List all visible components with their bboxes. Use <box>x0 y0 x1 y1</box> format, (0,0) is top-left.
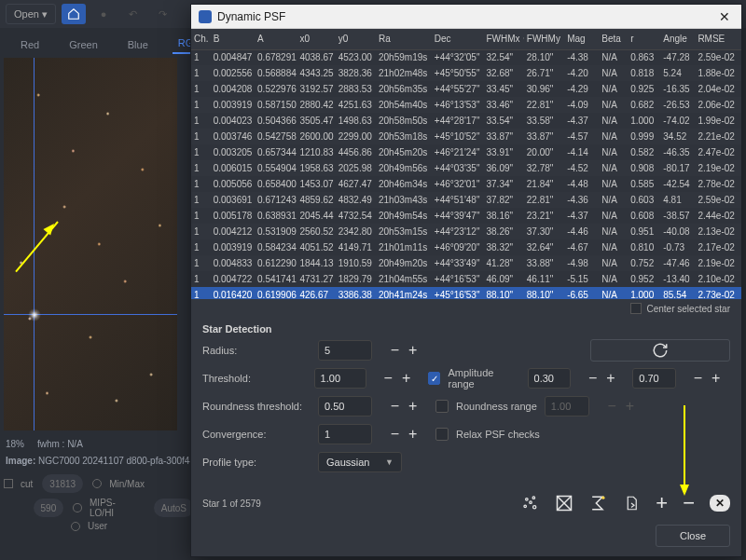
amplitude-low-input[interactable]: 0.30 <box>528 368 572 389</box>
col-mag[interactable]: Mag <box>564 29 599 49</box>
psf-table[interactable]: Ch.BAx0y0RaDecFWHMx▼FWHMyMagBetarAngleRM… <box>191 29 741 299</box>
autostretch-button[interactable]: AutoS <box>154 499 194 517</box>
export-icon[interactable] <box>622 494 641 512</box>
image-viewport[interactable] <box>4 58 177 430</box>
mode-minmax-radio[interactable] <box>92 479 102 488</box>
open-button[interactable]: Open ▾ <box>6 4 56 24</box>
table-row[interactable]: 10.0037460.5427582600.002299.0020h53m18s… <box>191 129 741 144</box>
col-fwhmx[interactable]: FWHMx▼ <box>484 29 524 49</box>
app-icon <box>199 10 212 23</box>
col-b[interactable]: B <box>211 29 255 49</box>
table-row[interactable]: 10.0042120.5319092560.522342.8020h53m15s… <box>191 224 741 239</box>
clear-icon[interactable] <box>555 494 573 512</box>
table-row[interactable]: 10.0042080.5229763192.572883.5320h56m35s… <box>191 81 741 97</box>
amplitude-checkbox[interactable] <box>428 372 441 385</box>
col-beta[interactable]: Beta <box>599 29 628 49</box>
tab-red[interactable]: Red <box>15 35 45 54</box>
table-row[interactable]: 10.0039190.5871502880.424251.6320h54m40s… <box>191 97 741 113</box>
col-ra[interactable]: Ra <box>376 29 432 49</box>
col-fwhmy[interactable]: FWHMy <box>524 29 564 49</box>
table-row[interactable]: 10.0164200.619906426.673386.3820h41m24s+… <box>191 287 741 299</box>
plus-icon: + <box>626 398 634 415</box>
convergence-input[interactable]: 1 <box>318 424 372 444</box>
tab-blue[interactable]: Blue <box>122 35 154 54</box>
threshold-label: Threshold: <box>202 373 307 384</box>
plus-icon[interactable]: + <box>711 370 720 387</box>
live-button[interactable]: ● <box>91 4 116 24</box>
threshold-stepper[interactable]: −+ <box>374 370 421 387</box>
roundthr-input[interactable]: 0.50 <box>318 396 372 417</box>
relax-checkbox[interactable] <box>435 428 449 441</box>
svg-point-2 <box>524 505 527 508</box>
col-dec[interactable]: Dec <box>432 29 484 49</box>
table-body[interactable]: 10.0048470.6782914038.674523.0020h59m19s… <box>191 49 741 299</box>
add-star-button[interactable]: + <box>656 491 668 515</box>
table-row[interactable]: 10.0039190.5842344051.524149.7121h01m11s… <box>191 239 741 255</box>
home-button[interactable] <box>62 4 86 24</box>
table-row[interactable]: 10.0025560.5688844343.253828.3621h02m48s… <box>191 65 741 81</box>
cut-high-value[interactable]: 31813 <box>42 474 83 493</box>
roundrange-checkbox[interactable] <box>435 400 449 413</box>
table-row[interactable]: 10.0040230.5043663505.471498.6320h58m50s… <box>191 113 741 129</box>
table-row[interactable]: 10.0051780.6389312045.444732.5420h49m54s… <box>191 208 741 224</box>
amplitude-high-stepper[interactable]: −+ <box>684 370 730 387</box>
col-a[interactable]: A <box>255 29 297 49</box>
svg-point-0 <box>526 499 529 501</box>
table-row[interactable]: 10.0060150.5549041958.632025.9820h49m56s… <box>191 160 741 176</box>
radius-input[interactable]: 5 <box>318 340 372 361</box>
plus-icon[interactable]: + <box>408 398 417 415</box>
minus-icon[interactable]: − <box>694 370 702 387</box>
plus-icon[interactable]: + <box>402 370 410 387</box>
mode-user-radio[interactable] <box>71 522 80 531</box>
col-r[interactable]: r <box>628 29 660 49</box>
plus-icon[interactable]: + <box>606 370 615 387</box>
col-angle[interactable]: Angle <box>660 29 695 49</box>
plus-icon[interactable]: + <box>408 342 417 359</box>
amplitude-high-input[interactable]: 0.70 <box>632 368 676 389</box>
dialog-titlebar[interactable]: Dynamic PSF ✕ <box>191 5 741 29</box>
minus-icon[interactable]: − <box>391 426 399 443</box>
table-row[interactable]: 10.0047220.5417414731.271829.7921h04m55s… <box>191 271 741 287</box>
tab-green[interactable]: Green <box>63 35 104 54</box>
table-row[interactable]: 10.0036910.6712434859.624832.4921h03m43s… <box>191 192 741 208</box>
roundthr-label: Roundness threshold: <box>202 401 311 412</box>
stretch-controls: cut 31813 Min/Max 590 MIPS-LO/HI AutoS U… <box>4 471 196 533</box>
table-row[interactable]: 10.0048470.6782914038.674523.0020h59m19s… <box>191 49 741 65</box>
roundthr-stepper[interactable]: −+ <box>380 398 428 415</box>
mode-mips-radio[interactable] <box>73 503 82 512</box>
col-y0[interactable]: y0 <box>336 29 376 49</box>
cut-checkbox[interactable] <box>4 479 13 488</box>
threshold-input[interactable]: 1.00 <box>314 368 366 389</box>
plus-icon[interactable]: + <box>408 426 417 443</box>
minus-icon[interactable]: − <box>391 398 399 415</box>
amplitude-low-stepper[interactable]: −+ <box>578 370 625 387</box>
profile-combo[interactable]: Gaussian ▼ <box>318 452 402 472</box>
radius-stepper[interactable]: −+ <box>380 342 428 359</box>
svg-point-4 <box>530 501 532 504</box>
col-rmse[interactable]: RMSE <box>695 29 741 49</box>
cut-low-value[interactable]: 590 <box>34 499 64 517</box>
sigma-icon[interactable] <box>588 494 607 512</box>
remove-star-button[interactable]: − <box>683 491 695 515</box>
col-x0[interactable]: x0 <box>297 29 335 49</box>
minus-icon[interactable]: − <box>391 342 399 359</box>
refresh-button[interactable] <box>590 339 730 362</box>
close-button[interactable]: Close <box>656 525 730 547</box>
minus-icon[interactable]: − <box>384 370 393 387</box>
center-selected-checkbox[interactable] <box>630 303 642 314</box>
table-row[interactable]: 10.0032050.6573441210.834456.8620h45m20s… <box>191 144 741 160</box>
clear-selection-button[interactable]: ✕ <box>710 495 730 512</box>
redo-button[interactable]: ↷ <box>151 4 175 24</box>
section-title: Star Detection <box>191 318 741 336</box>
svg-point-1 <box>532 497 535 499</box>
minus-icon[interactable]: − <box>588 370 597 387</box>
table-row[interactable]: 10.0050560.6584001453.074627.4720h46m34s… <box>191 176 741 192</box>
col-ch[interactable]: Ch. <box>191 29 211 49</box>
dialog-close-x[interactable]: ✕ <box>715 9 734 24</box>
convergence-stepper[interactable]: −+ <box>380 426 428 443</box>
run-detection-icon[interactable] <box>521 494 540 512</box>
table-header-row[interactable]: Ch.BAx0y0RaDecFWHMx▼FWHMyMagBetarAngleRM… <box>191 29 741 49</box>
undo-button[interactable]: ↶ <box>121 4 145 24</box>
zoom-readout: 18% <box>6 439 24 449</box>
table-row[interactable]: 10.0048330.6122901844.131910.5920h49m20s… <box>191 255 741 271</box>
